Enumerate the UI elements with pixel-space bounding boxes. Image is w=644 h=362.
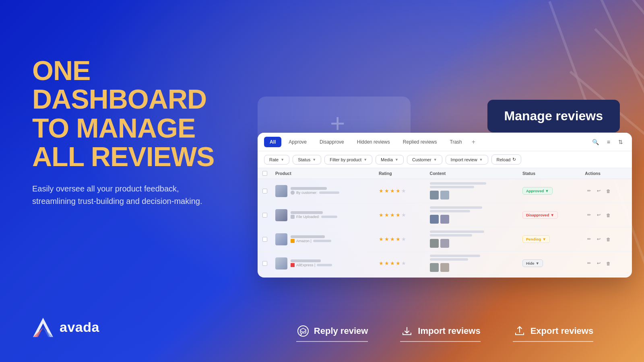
status-chevron-icon: ▼ [312, 158, 316, 162]
bottom-action-bar: Reply review Import reviews Export revie… [258, 324, 632, 342]
import-reviews-feature: Import reviews [400, 324, 480, 342]
avada-logo-icon [32, 316, 54, 338]
reply-review-icon [296, 324, 310, 338]
dashboard-panel: All Approve Disapprove Hidden reviews Re… [258, 133, 632, 278]
row1-product: By customer: [271, 179, 375, 203]
export-reviews-feature: Export reviews [513, 324, 594, 342]
row4-content [426, 251, 518, 276]
rate-filter-label: Rate [269, 157, 279, 162]
reply-review-btn[interactable]: Reply review [296, 324, 368, 342]
tab-add-icon[interactable]: + [469, 138, 478, 146]
tab-all[interactable]: All [264, 137, 281, 147]
manage-reviews-badge[interactable]: Manage reviews [487, 100, 620, 132]
tab-approve[interactable]: Approve [283, 137, 312, 147]
reply-icon[interactable]: ↩ [594, 211, 603, 219]
tab-disapprove[interactable]: Disapprove [314, 137, 350, 147]
filter-icon-btn[interactable]: ≡ [605, 137, 613, 147]
tab-bar: All Approve Disapprove Hidden reviews Re… [258, 133, 632, 151]
delete-icon[interactable]: 🗑 [604, 235, 612, 243]
reply-icon[interactable]: ↩ [594, 259, 603, 267]
status-filter-btn[interactable]: Status ▼ [293, 155, 321, 165]
status-badge-disapproved[interactable]: Disapproved ▼ [522, 211, 558, 219]
media-chevron-icon: ▼ [395, 158, 398, 162]
product-filter-btn[interactable]: Filter by product ▼ [324, 155, 372, 165]
import-review-btn[interactable]: Import review ▼ [446, 155, 488, 165]
delete-icon[interactable]: 🗑 [604, 259, 612, 267]
row3-content [426, 227, 518, 251]
import-reviews-label: Import reviews [418, 326, 480, 336]
row4-status[interactable]: Hide ▼ [518, 251, 581, 276]
rate-filter-btn[interactable]: Rate ▼ [264, 155, 289, 165]
row3-status[interactable]: Pending ▼ [518, 227, 581, 251]
edit-icon[interactable]: ✏ [585, 211, 593, 219]
import-reviews-icon [400, 324, 414, 338]
reply-review-feature: Reply review [296, 324, 368, 342]
row1-actions: ✏ ↩ 🗑 [581, 179, 632, 203]
row2-rating: ★★★★★ [375, 203, 426, 227]
edit-icon[interactable]: ✏ [585, 259, 593, 267]
table-row: Amazon | ★★★★★ [258, 227, 632, 251]
avada-logo: avada [32, 316, 99, 338]
delete-icon[interactable]: 🗑 [604, 187, 612, 195]
status-badge-hide[interactable]: Hide ▼ [522, 259, 543, 267]
row1-status[interactable]: Approved ▼ [518, 179, 581, 203]
rate-chevron-icon: ▼ [281, 158, 284, 162]
reply-review-label: Reply review [314, 326, 368, 336]
row3-rating: ★★★★★ [375, 227, 426, 251]
status-badge-approved[interactable]: Approved ▼ [522, 187, 553, 195]
reload-icon: ↻ [512, 157, 516, 162]
table-row: AliExpress | ★★★★★ [258, 251, 632, 276]
delete-icon[interactable]: 🗑 [604, 211, 612, 219]
reviews-table: Product Rating Content Status Actions [258, 168, 632, 276]
sort-icon-btn[interactable]: ⇅ [616, 137, 625, 147]
row2-actions: ✏ ↩ 🗑 [581, 203, 632, 227]
col-product: Product [271, 168, 375, 179]
tab-trash[interactable]: Trash [444, 137, 468, 147]
col-rating: Rating [375, 168, 426, 179]
import-reviews-btn[interactable]: Import reviews [400, 324, 480, 342]
row1-rating: ★★★★★ [375, 179, 426, 203]
reply-icon[interactable]: ↩ [594, 187, 603, 195]
import-review-label: Import review [451, 157, 477, 162]
status-filter-label: Status [298, 157, 310, 162]
export-reviews-btn[interactable]: Export reviews [513, 324, 594, 342]
row4-product: AliExpress | [271, 251, 375, 276]
media-filter-btn[interactable]: Media ▼ [376, 155, 404, 165]
table-row: File Uploaded: ★★★★★ [258, 203, 632, 227]
row2-checkbox[interactable] [258, 203, 271, 227]
col-checkbox [258, 168, 271, 179]
row4-checkbox[interactable] [258, 251, 271, 276]
col-status: Status [518, 168, 581, 179]
row4-rating: ★★★★★ [375, 251, 426, 276]
tab-replied-reviews[interactable]: Replied reviews [397, 137, 443, 147]
tab-bar-right: 🔍 ≡ ⇅ [590, 137, 625, 147]
headline-line1: ONE DASHBOARD [32, 56, 258, 114]
tab-hidden-reviews[interactable]: Hidden reviews [351, 137, 396, 147]
left-content: ONE DASHBOARD TO MANAGE ALL REVIEWS Easi… [32, 56, 258, 208]
row1-checkbox[interactable] [258, 179, 271, 203]
product-filter-label: Filter by product [330, 157, 361, 162]
row3-checkbox[interactable] [258, 227, 271, 251]
product-chevron-icon: ▼ [363, 158, 367, 162]
col-actions: Actions [581, 168, 632, 179]
edit-icon[interactable]: ✏ [585, 235, 593, 243]
media-filter-label: Media [381, 157, 393, 162]
edit-icon[interactable]: ✏ [585, 187, 593, 195]
row2-status[interactable]: Disapproved ▼ [518, 203, 581, 227]
import-chevron-icon: ▼ [479, 158, 483, 162]
row2-content [426, 203, 518, 227]
customer-filter-btn[interactable]: Customer ▼ [407, 155, 442, 165]
export-reviews-icon [513, 324, 526, 338]
headline-line2: TO MANAGE [32, 114, 258, 142]
filter-bar: Rate ▼ Status ▼ Filter by product ▼ Medi… [258, 151, 632, 168]
row1-content [426, 179, 518, 203]
export-reviews-label: Export reviews [530, 326, 594, 336]
search-icon-btn[interactable]: 🔍 [590, 137, 601, 147]
status-badge-pending[interactable]: Pending ▼ [522, 235, 550, 243]
svg-point-6 [298, 326, 308, 336]
row3-actions: ✏ ↩ 🗑 [581, 227, 632, 251]
headline-line3: ALL REVIEWS [32, 142, 258, 171]
reply-icon[interactable]: ↩ [594, 235, 603, 243]
row2-product: File Uploaded: [271, 203, 375, 227]
reload-btn[interactable]: Reload ↻ [491, 154, 522, 165]
